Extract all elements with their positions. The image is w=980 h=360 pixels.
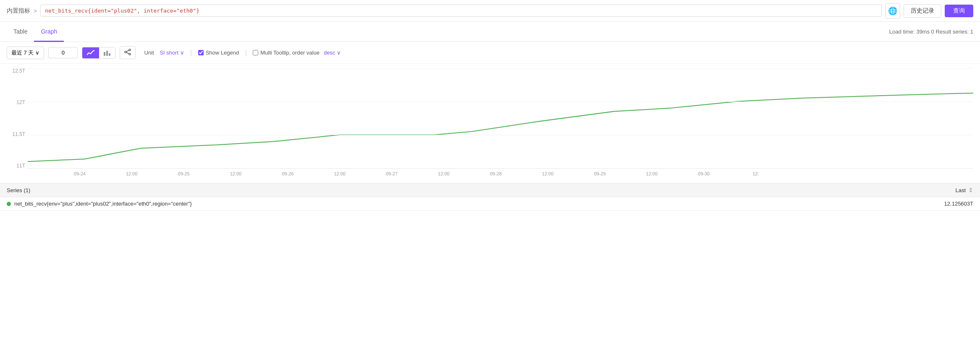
series-name: net_bits_recv{env="plus",ident="plus02",… — [7, 201, 192, 207]
last-label: Last — [955, 187, 966, 193]
x-label-7: 12:00 — [438, 171, 450, 176]
y-label-2: 11.5T — [12, 131, 25, 137]
x-label-11: 12:00 — [646, 171, 658, 176]
order-value[interactable]: desc ∨ — [324, 50, 341, 56]
y-label-0: 12.5T — [12, 68, 25, 74]
series-header: Series (1) Last ⇕ — [0, 183, 980, 197]
unit-label: Unit — [144, 50, 155, 56]
time-range-button[interactable]: 最近 7 天 ∨ — [7, 47, 44, 59]
globe-button[interactable]: 🌐 — [885, 3, 900, 18]
chart-wrapper: 12.5T 12T 11.5T 11T 09-24 12:00 09-25 12… — [7, 68, 973, 181]
x-label-8: 09-28 — [490, 171, 502, 176]
query-button[interactable]: 查询 — [945, 5, 973, 17]
header-bar: 内置指标 > 🌐 历史记录 查询 — [0, 0, 980, 22]
x-label-6: 09-27 — [386, 171, 398, 176]
svg-point-4 — [125, 51, 126, 53]
share-button[interactable] — [120, 46, 136, 59]
series-label: net_bits_recv{env="plus",ident="plus02",… — [14, 201, 192, 207]
show-legend-checkbox[interactable]: Show Legend — [198, 50, 239, 56]
x-label-5: 12:00 — [334, 171, 346, 176]
separator2: | — [189, 49, 194, 57]
x-label-3: 12:00 — [230, 171, 242, 176]
chart-container: 12.5T 12T 11.5T 11T 09-24 12:00 09-25 12… — [0, 64, 980, 181]
grid-line-2 — [28, 135, 973, 135]
tab-table[interactable]: Table — [7, 22, 34, 42]
svg-rect-0 — [104, 52, 105, 56]
series-last-value: 12.125603T — [944, 201, 973, 207]
x-label-1: 12:00 — [126, 171, 138, 176]
y-axis: 12.5T 12T 11.5T 11T — [7, 68, 28, 169]
y-label-1: 12T — [16, 99, 25, 105]
sort-icon[interactable]: ⇕ — [968, 187, 973, 193]
query-input[interactable] — [40, 5, 882, 17]
tab-graph[interactable]: Graph — [34, 22, 64, 42]
series-table: Series (1) Last ⇕ net_bits_recv{env="plu… — [0, 183, 980, 211]
chevron-down-icon: ∨ — [180, 50, 184, 56]
x-axis: 09-24 12:00 09-25 12:00 09-26 12:00 09-2… — [28, 169, 973, 181]
x-label-13: 12: — [752, 171, 759, 176]
x-label-4: 09-26 — [282, 171, 293, 176]
line-chart-svg — [28, 68, 973, 168]
series-header-label: Series (1) — [7, 187, 30, 193]
chevron-down-icon: ∨ — [337, 50, 341, 56]
toolbar: 最近 7 天 ∨ Unit SI short ∨ — [0, 42, 980, 64]
chart-plot — [28, 68, 973, 169]
x-label-0: 09-24 — [74, 171, 86, 176]
legend-checkbox-input[interactable] — [198, 50, 204, 55]
multi-tooltip-checkbox-input[interactable] — [253, 50, 258, 55]
svg-rect-2 — [109, 53, 110, 56]
breadcrumb-sep: > — [34, 8, 37, 14]
svg-line-6 — [126, 50, 129, 52]
svg-point-5 — [129, 53, 131, 55]
y-label-3: 11T — [16, 163, 25, 169]
history-button[interactable]: 历史记录 — [904, 4, 941, 18]
table-row: net_bits_recv{env="plus",ident="plus02",… — [0, 197, 980, 211]
multi-tooltip-checkbox[interactable]: Multi Tooltip, order value — [253, 50, 320, 56]
unit-value[interactable]: SI short ∨ — [160, 50, 184, 56]
chevron-down-icon: ∨ — [35, 50, 39, 56]
svg-rect-1 — [106, 51, 108, 56]
series-dot — [7, 202, 11, 206]
x-label-10: 09-29 — [594, 171, 605, 176]
tabs-row: Table Graph Load time: 39ms 0 Result ser… — [0, 22, 980, 42]
chart-type-group — [82, 47, 115, 59]
grid-line-1 — [28, 102, 973, 102]
line-chart-button[interactable] — [82, 47, 99, 58]
x-label-2: 09-25 — [178, 171, 190, 176]
bar-chart-button[interactable] — [99, 47, 115, 58]
separator3: | — [243, 49, 249, 57]
x-label-12: 09-30 — [698, 171, 710, 176]
tabs-info: Load time: 39ms 0 Result series: 1 — [889, 29, 973, 35]
breadcrumb-home: 内置指标 — [7, 7, 30, 15]
svg-line-7 — [126, 52, 129, 54]
step-input[interactable] — [48, 47, 78, 58]
svg-point-3 — [129, 49, 131, 51]
x-label-9: 12:00 — [542, 171, 554, 176]
series-header-right: Last ⇕ — [955, 187, 973, 193]
grid-line-0 — [28, 68, 973, 68]
